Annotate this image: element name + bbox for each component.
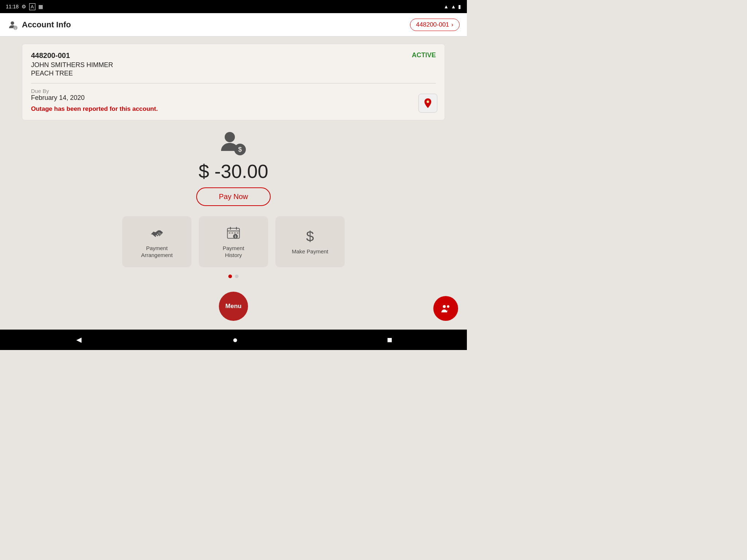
svg-point-0 xyxy=(11,21,14,24)
battery-icon: ▮ xyxy=(458,4,461,9)
svg-point-20 xyxy=(447,305,449,308)
due-date: February 14, 2020 xyxy=(31,94,436,102)
make-payment-label: Make Payment xyxy=(292,248,328,255)
account-number-badge: 448200-001 xyxy=(416,21,449,28)
pay-now-button[interactable]: Pay Now xyxy=(196,187,271,206)
customer-name: JOHN SMITHERS HIMMER xyxy=(31,61,436,69)
recents-nav-icon[interactable]: ■ xyxy=(387,335,392,345)
svg-rect-13 xyxy=(232,232,233,234)
a-icon: A xyxy=(29,3,35,10)
location: PEACH TREE xyxy=(31,70,436,77)
settings-icon: ⚙ xyxy=(22,4,26,9)
contacts-icon xyxy=(440,303,452,314)
payment-arrangement-label: PaymentArrangement xyxy=(141,245,173,259)
make-payment-button[interactable]: $ Make Payment xyxy=(275,216,345,267)
svg-rect-14 xyxy=(234,232,236,234)
wifi-icon: ▲ xyxy=(444,4,449,9)
payment-arrangement-button[interactable]: PaymentArrangement xyxy=(122,216,191,267)
page-dots xyxy=(22,275,445,278)
account-card-header: 448200-001 ACTIVE xyxy=(31,51,436,60)
dot-2 xyxy=(235,275,239,278)
payment-history-label: PaymentHistory xyxy=(222,245,244,259)
status-bar-right: ▲ ▲ ▮ xyxy=(444,4,461,9)
contact-fab-button[interactable] xyxy=(433,296,458,321)
svg-text:$: $ xyxy=(306,228,314,244)
location-pin-button[interactable]: ⚡ xyxy=(418,94,437,113)
signal-icon: ▲ xyxy=(451,4,456,9)
dot-1 xyxy=(228,275,232,278)
account-card: 448200-001 ACTIVE JOHN SMITHERS HIMMER P… xyxy=(22,44,445,120)
due-label: Due By xyxy=(31,88,436,94)
user-dollar-icon: $ xyxy=(219,131,248,156)
svg-rect-12 xyxy=(229,232,231,234)
svg-text:⚡: ⚡ xyxy=(426,100,430,103)
balance-icon-container: $ xyxy=(219,131,248,158)
menu-fab-button[interactable]: Menu xyxy=(219,292,248,321)
svg-text:$: $ xyxy=(235,235,236,238)
top-bar: i Account Info 448200-001 › xyxy=(0,13,467,36)
svg-rect-15 xyxy=(237,232,239,234)
payment-history-button[interactable]: $ PaymentHistory xyxy=(199,216,268,267)
balance-amount: $ -30.00 xyxy=(199,160,268,182)
chevron-right-icon: › xyxy=(451,21,453,28)
main-content: 448200-001 ACTIVE JOHN SMITHERS HIMMER P… xyxy=(0,36,467,330)
home-nav-icon[interactable]: ● xyxy=(232,335,238,345)
svg-text:i: i xyxy=(15,26,16,30)
account-icon: i xyxy=(7,20,18,30)
account-number: 448200-001 xyxy=(31,51,70,60)
handshake-icon xyxy=(149,225,165,241)
svg-point-19 xyxy=(443,305,446,308)
svg-point-5 xyxy=(225,132,235,142)
nav-bar: ◄ ● ■ xyxy=(0,330,467,350)
top-bar-left: i Account Info xyxy=(7,20,71,30)
page-title: Account Info xyxy=(22,20,71,30)
back-nav-icon[interactable]: ◄ xyxy=(75,335,84,345)
divider xyxy=(31,83,436,83)
account-selector[interactable]: 448200-001 › xyxy=(410,19,460,31)
status-time: 11:18 xyxy=(6,4,19,9)
sim-icon: ▦ xyxy=(38,4,43,9)
dollar-icon: $ xyxy=(302,228,318,244)
status-bar-left: 11:18 ⚙ A ▦ xyxy=(6,3,43,10)
status-bar: 11:18 ⚙ A ▦ ▲ ▲ ▮ xyxy=(0,0,467,13)
svg-text:$: $ xyxy=(238,146,242,153)
outage-message: Outage has been reported for this accoun… xyxy=(31,105,436,113)
account-status: ACTIVE xyxy=(412,51,436,59)
balance-section: $ $ -30.00 Pay Now xyxy=(22,131,445,206)
calendar-dollar-icon: $ xyxy=(225,225,241,241)
action-buttons-row: PaymentArrangement $ PaymentHistory $ xyxy=(22,216,445,267)
pin-icon: ⚡ xyxy=(422,97,434,109)
